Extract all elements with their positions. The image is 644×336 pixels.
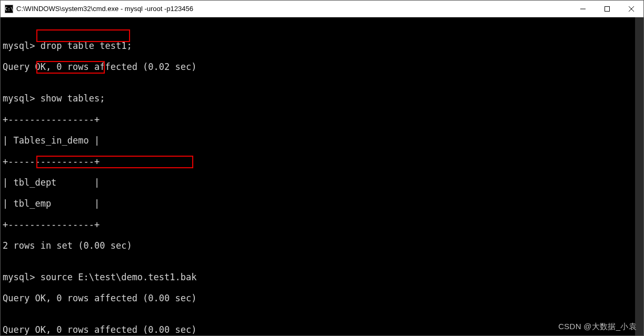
terminal-line: +----------------+ <box>3 156 643 167</box>
vertical-scrollbar[interactable] <box>635 17 643 335</box>
close-button[interactable] <box>619 1 643 17</box>
terminal-line: mysql> source E:\test\demo.test1.bak <box>3 272 643 282</box>
terminal-line: +----------------+ <box>3 219 643 230</box>
terminal-output[interactable]: mysql> drop table test1; Query OK, 0 row… <box>1 17 643 335</box>
terminal-line: Query OK, 0 rows affected (0.02 sec) <box>3 62 643 72</box>
cmd-window: C:\ C:\WINDOWS\system32\cmd.exe - mysql … <box>0 0 644 336</box>
watermark-text: CSDN @大数据_小袁 <box>558 322 637 332</box>
minimize-icon <box>580 6 586 12</box>
cmd-icon: C:\ <box>5 5 13 13</box>
terminal-line: | tbl_emp | <box>3 198 643 209</box>
terminal-line: +----------------+ <box>3 114 643 125</box>
minimize-button[interactable] <box>571 1 595 17</box>
maximize-icon <box>605 6 610 12</box>
terminal-line: mysql> drop table test1; <box>3 40 643 51</box>
svg-rect-1 <box>605 6 610 11</box>
terminal-line: | tbl_dept | <box>3 177 643 188</box>
terminal-line: 2 rows in set (0.00 sec) <box>3 240 643 251</box>
terminal-line: Query OK, 0 rows affected (0.00 sec) <box>3 293 643 303</box>
terminal-line: | Tables_in_demo | <box>3 135 643 146</box>
terminal-line: Query OK, 0 rows affected (0.00 sec) <box>3 324 643 335</box>
titlebar[interactable]: C:\ C:\WINDOWS\system32\cmd.exe - mysql … <box>1 1 643 17</box>
window-title: C:\WINDOWS\system32\cmd.exe - mysql -uro… <box>16 5 571 13</box>
maximize-button[interactable] <box>595 1 619 17</box>
close-icon <box>629 6 634 12</box>
terminal-line: mysql> show tables; <box>3 93 643 104</box>
